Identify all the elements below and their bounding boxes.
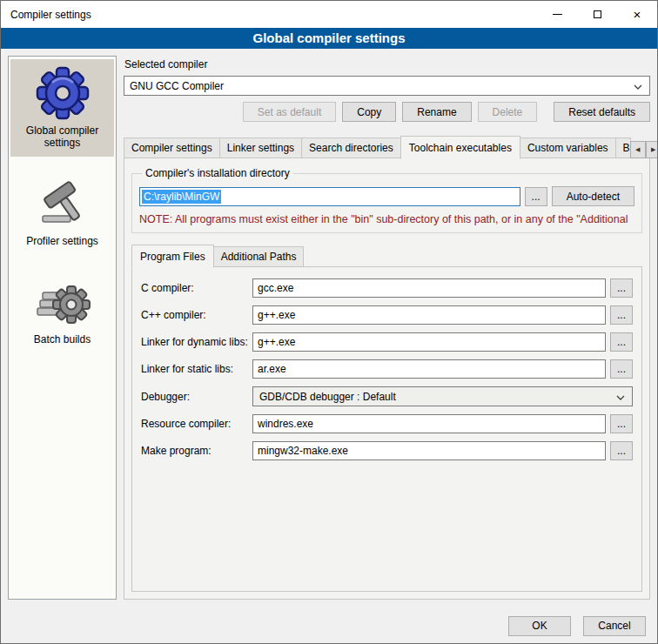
maximize-button[interactable] <box>577 1 617 28</box>
copy-button[interactable]: Copy <box>342 102 396 122</box>
close-button[interactable]: × <box>617 1 657 28</box>
form-row: Linker for dynamic libs: ... <box>141 332 633 352</box>
linker-dynamic-input[interactable] <box>252 332 606 352</box>
form-row: C++ compiler: ... <box>141 305 633 325</box>
compiler-select-value: GNU GCC Compiler <box>130 80 224 92</box>
minimize-button[interactable] <box>537 1 577 28</box>
tab-scroll-right-button[interactable]: ▶ <box>646 141 658 158</box>
c-compiler-label: C compiler: <box>141 282 252 294</box>
make-program-label: Make program: <box>141 445 252 457</box>
cpp-compiler-input[interactable] <box>252 305 606 325</box>
window-title: Compiler settings <box>1 1 537 28</box>
minimize-icon <box>553 14 562 15</box>
compiler-select[interactable]: GNU GCC Compiler <box>124 76 650 96</box>
auto-detect-button[interactable]: Auto-detect <box>552 186 634 206</box>
browse-linker-static-button[interactable]: ... <box>610 359 633 379</box>
tab-custom-variables[interactable]: Custom variables <box>520 138 616 158</box>
main-panel: Selected compiler GNU GCC Compiler Set a… <box>124 56 650 600</box>
browse-linker-dynamic-button[interactable]: ... <box>610 332 633 352</box>
browse-c-compiler-button[interactable]: ... <box>610 278 633 298</box>
tab-scroll-arrows: ◀ ▶ <box>630 141 658 158</box>
title-bar: Compiler settings × <box>1 1 657 28</box>
tab-build-options[interactable]: Build <box>615 138 631 158</box>
dialog-header: Global compiler settings <box>1 28 657 49</box>
linker-dynamic-label: Linker for dynamic libs: <box>141 336 252 348</box>
dialog-body: Global compiler settings Profiler settin… <box>1 49 657 608</box>
form-row: Linker for static libs: ... <box>141 359 633 379</box>
sub-tab-strip: Program Files Additional Paths <box>131 245 642 267</box>
form-row: Debugger: GDB/CDB debugger : Default <box>141 386 633 406</box>
debugger-select-value: GDB/CDB debugger : Default <box>259 391 396 403</box>
rename-button[interactable]: Rename <box>402 102 471 122</box>
window-controls: × <box>537 1 657 28</box>
form-row: Resource compiler: ... <box>141 414 633 433</box>
tab-toolchain-executables[interactable]: Toolchain executables <box>400 136 520 159</box>
sidebar-item-label: Global compiler settings <box>14 124 111 149</box>
linker-static-input[interactable] <box>252 359 606 379</box>
reset-defaults-button[interactable]: Reset defaults <box>554 102 650 122</box>
chevron-down-icon <box>634 84 642 90</box>
profiler-hammer-icon <box>35 175 91 231</box>
sidebar-item-profiler-settings[interactable]: Profiler settings <box>10 170 114 255</box>
tab-linker-settings[interactable]: Linker settings <box>219 138 302 158</box>
delete-button[interactable]: Delete <box>478 102 538 122</box>
c-compiler-input[interactable] <box>252 278 606 298</box>
compiler-settings-window: Compiler settings × Global compiler sett… <box>0 0 658 644</box>
linker-static-label: Linker for static libs: <box>141 363 252 375</box>
installation-directory-group: Compiler's installation directory C:\ray… <box>131 167 642 233</box>
selected-compiler-label: Selected compiler <box>124 58 650 70</box>
blue-gear-icon <box>35 64 91 120</box>
form-row: Make program: ... <box>141 441 633 460</box>
program-files-page: C compiler: ... C++ compiler: ... Linker… <box>131 266 642 592</box>
tab-strip: Compiler settings Linker settings Search… <box>124 136 650 158</box>
installation-directory-legend: Compiler's installation directory <box>142 167 293 179</box>
settings-sidebar: Global compiler settings Profiler settin… <box>8 56 117 600</box>
sidebar-item-label: Profiler settings <box>14 235 111 247</box>
browse-make-program-button[interactable]: ... <box>610 441 633 460</box>
debugger-select[interactable]: GDB/CDB debugger : Default <box>252 386 633 406</box>
dialog-footer: OK Cancel <box>1 608 657 643</box>
browse-cpp-compiler-button[interactable]: ... <box>610 305 633 325</box>
resource-compiler-input[interactable] <box>252 414 606 433</box>
installation-directory-value: C:\raylib\MinGW <box>142 190 221 204</box>
sidebar-item-label: Batch builds <box>14 333 111 345</box>
debugger-label: Debugger: <box>141 391 252 403</box>
form-row: C compiler: ... <box>141 278 633 298</box>
make-program-input[interactable] <box>252 441 606 460</box>
directory-note: NOTE: All programs must exist either in … <box>139 213 634 225</box>
set-as-default-button[interactable]: Set as default <box>243 102 336 122</box>
browse-resource-compiler-button[interactable]: ... <box>610 414 633 433</box>
tab-scroll-left-button[interactable]: ◀ <box>630 141 646 158</box>
subtab-additional-paths[interactable]: Additional Paths <box>213 246 305 267</box>
tab-search-directories[interactable]: Search directories <box>301 138 401 158</box>
cpp-compiler-label: C++ compiler: <box>141 309 252 321</box>
resource-compiler-label: Resource compiler: <box>141 418 252 430</box>
gray-gear-stack-icon <box>35 273 91 329</box>
cancel-button[interactable]: Cancel <box>583 616 646 636</box>
tab-compiler-settings[interactable]: Compiler settings <box>124 138 220 158</box>
browse-directory-button[interactable]: ... <box>525 187 547 206</box>
toolchain-executables-page: Compiler's installation directory C:\ray… <box>124 158 650 600</box>
chevron-down-icon <box>616 395 625 400</box>
installation-directory-row: C:\raylib\MinGW ... Auto-detect <box>139 186 634 206</box>
installation-directory-input[interactable]: C:\raylib\MinGW <box>139 187 520 206</box>
ok-button[interactable]: OK <box>508 616 571 636</box>
sidebar-item-global-compiler-settings[interactable]: Global compiler settings <box>10 59 114 157</box>
subtab-program-files[interactable]: Program Files <box>131 245 214 268</box>
maximize-icon <box>594 10 601 18</box>
compiler-buttons: Set as default Copy Rename Delete Reset … <box>124 102 650 122</box>
sidebar-item-batch-builds[interactable]: Batch builds <box>10 268 114 353</box>
close-icon: × <box>634 8 641 21</box>
